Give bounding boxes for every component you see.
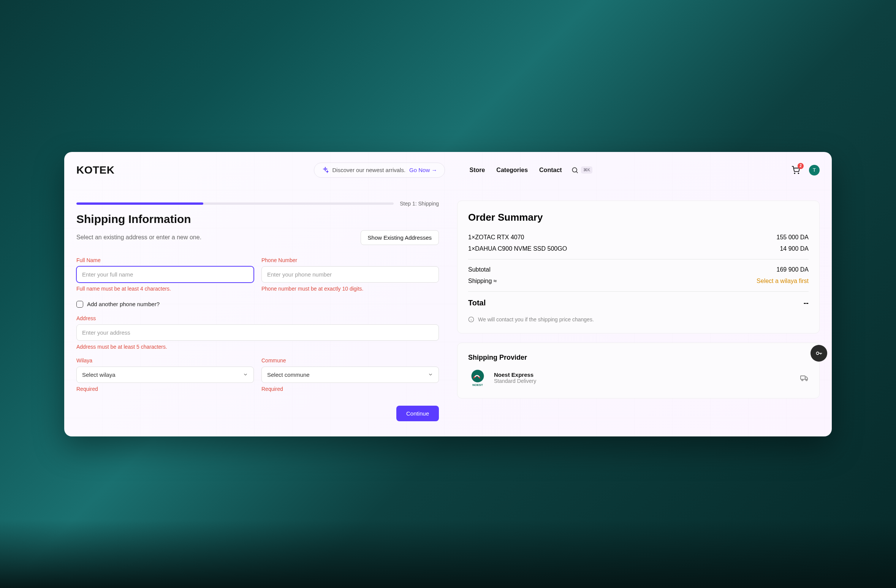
continue-button[interactable]: Continue: [396, 406, 439, 421]
order-item: 1×DAHUA C900 NVME SSD 500GO 14 900 DA: [468, 245, 809, 252]
cart-badge: 2: [798, 163, 804, 169]
full-name-error: Full name must be at least 4 characters.: [76, 286, 254, 292]
truck-icon: [800, 374, 809, 382]
svg-rect-5: [801, 376, 805, 379]
phone-input[interactable]: [261, 266, 439, 283]
cart-button[interactable]: 2: [792, 166, 800, 174]
avatar[interactable]: T: [809, 165, 820, 175]
nav-categories[interactable]: Categories: [496, 167, 528, 174]
svg-point-6: [802, 379, 803, 381]
phone-error: Phone number must be at exactly 10 digit…: [261, 286, 439, 292]
wilaya-label: Wilaya: [76, 357, 254, 364]
show-existing-addresses-button[interactable]: Show Existing Addresses: [361, 230, 439, 245]
full-name-input[interactable]: [76, 266, 254, 283]
add-phone-checkbox[interactable]: [76, 301, 83, 308]
chevron-down-icon: [243, 372, 248, 377]
key-icon: [815, 349, 823, 357]
provider-sub: Standard Delivery: [494, 378, 536, 384]
commune-error: Required: [261, 386, 439, 392]
search-shortcut: ⌘K: [581, 166, 592, 174]
address-label: Address: [76, 315, 439, 321]
nav-contact[interactable]: Contact: [539, 167, 562, 174]
chevron-down-icon: [428, 372, 433, 377]
promo-cta[interactable]: Go Now →: [409, 167, 437, 173]
progress-bar: [76, 202, 394, 205]
promo-pill[interactable]: Discover our newest arrivals. Go Now →: [314, 163, 445, 178]
svg-point-7: [806, 379, 807, 381]
info-icon: [468, 316, 474, 322]
wilaya-error: Required: [76, 386, 254, 392]
order-summary-card: Order Summary 1×ZOTAC RTX 4070 155 000 D…: [457, 201, 820, 334]
order-summary-title: Order Summary: [468, 212, 809, 223]
wilaya-select[interactable]: Select wilaya: [76, 367, 254, 383]
svg-point-0: [572, 168, 577, 172]
commune-label: Commune: [261, 357, 439, 364]
shipping-line: Shipping ≈ Select a wilaya first: [468, 278, 809, 285]
svg-point-8: [816, 352, 819, 354]
svg-point-1: [794, 173, 795, 174]
full-name-label: Full Name: [76, 257, 254, 263]
page-title: Shipping Information: [76, 213, 439, 226]
promo-text: Discover our newest arrivals.: [332, 167, 406, 173]
total-line: Total --: [468, 299, 809, 307]
wilaya-select-text: Select wilaya: [82, 371, 116, 378]
shipping-provider-card: Shipping Provider NOEST Noest Express St…: [457, 343, 820, 398]
commune-select-text: Select commune: [267, 371, 310, 378]
order-item: 1×ZOTAC RTX 4070 155 000 DA: [468, 234, 809, 241]
subtotal-line: Subtotal 169 900 DA: [468, 266, 809, 273]
svg-point-2: [798, 173, 799, 174]
nav-store[interactable]: Store: [469, 167, 485, 174]
settings-fab[interactable]: [811, 345, 827, 362]
search-button[interactable]: ⌘K: [571, 166, 592, 174]
provider-logo: NOEST: [468, 368, 487, 387]
info-text: We will contact you if the shipping pric…: [478, 316, 594, 322]
sparkle-icon: [322, 167, 329, 174]
add-phone-label: Add another phone number?: [87, 301, 160, 307]
phone-label: Phone Number: [261, 257, 439, 263]
address-input[interactable]: [76, 324, 439, 341]
page-subtitle: Select an existing address or enter a ne…: [76, 234, 201, 241]
provider-name: Noest Express: [494, 371, 536, 378]
step-label: Step 1: Shipping: [400, 201, 439, 207]
shipping-provider-title: Shipping Provider: [468, 354, 809, 362]
address-error: Address must be at least 5 characters.: [76, 344, 439, 350]
logo: KOTEK: [76, 164, 115, 176]
search-icon: [571, 166, 579, 174]
commune-select[interactable]: Select commune: [261, 367, 439, 383]
